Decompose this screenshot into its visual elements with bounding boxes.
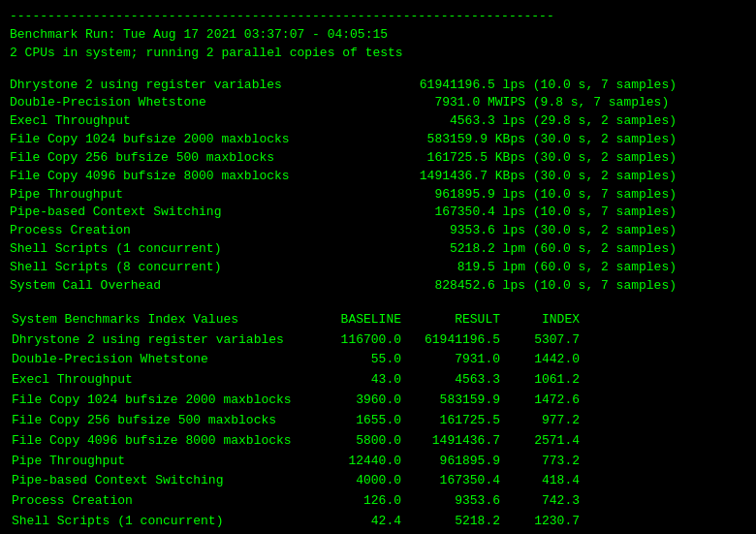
bench-params: (29.8 s, 2 samples) — [525, 112, 746, 131]
header-line2: 2 CPUs in system; running 2 parallel cop… — [10, 45, 746, 63]
bench-label: File Copy 1024 bufsize 2000 maxblocks — [10, 131, 378, 149]
bench-params: (10.0 s, 7 samples) — [525, 186, 746, 204]
index-col-result: RESULT — [403, 311, 500, 330]
index-result: 9353.6 — [403, 492, 500, 511]
bench-value: 961895.9 lps — [378, 186, 525, 204]
index-value: 418.4 — [502, 472, 580, 490]
bench-row: Shell Scripts (8 concurrent)819.5 lpm (6… — [10, 259, 746, 277]
bench-row: Shell Scripts (1 concurrent)5218.2 lpm (… — [10, 240, 746, 259]
bench-params: (60.0 s, 2 samples) — [525, 259, 746, 277]
index-baseline: 126.0 — [304, 492, 401, 511]
index-baseline: 12440.0 — [304, 453, 401, 471]
bench-row: Pipe Throughput961895.9 lps (10.0 s, 7 s… — [10, 186, 746, 204]
index-label: Double-Precision Whetstone — [12, 351, 302, 369]
index-result: 583159.9 — [403, 392, 500, 410]
benchmark-table: Dhrystone 2 using register variables6194… — [10, 77, 746, 296]
bench-params: (9.8 s, 7 samples) — [525, 94, 746, 112]
index-baseline: 5800.0 — [304, 432, 401, 451]
index-label: Dhrystone 2 using register variables — [12, 331, 302, 350]
separator-top: ----------------------------------------… — [10, 8, 746, 26]
bench-row: Execl Throughput4563.3 lps (29.8 s, 2 sa… — [10, 112, 746, 131]
bench-value: 4563.3 lps — [378, 112, 525, 131]
bench-params: (30.0 s, 2 samples) — [525, 222, 746, 240]
index-value: 1442.0 — [502, 351, 580, 369]
bench-label: Shell Scripts (8 concurrent) — [10, 259, 378, 277]
index-result: 4563.3 — [403, 371, 500, 390]
index-value: 773.2 — [502, 453, 580, 471]
bench-row: Process Creation9353.6 lps (30.0 s, 2 sa… — [10, 222, 746, 240]
index-row: Dhrystone 2 using register variables1167… — [12, 331, 580, 350]
bench-row: Dhrystone 2 using register variables6194… — [10, 77, 746, 95]
index-label: Pipe-based Context Switching — [12, 472, 302, 490]
bench-value: 583159.9 KBps — [378, 131, 525, 149]
index-value: 742.3 — [502, 492, 580, 511]
index-row: Double-Precision Whetstone55.07931.01442… — [12, 351, 580, 369]
terminal: ----------------------------------------… — [10, 8, 746, 534]
bench-value: 161725.5 KBps — [378, 149, 525, 168]
bench-value: 1491436.7 KBps — [378, 168, 525, 186]
index-value: 2571.4 — [502, 432, 580, 451]
index-label: Execl Throughput — [12, 371, 302, 390]
bench-label: File Copy 4096 bufsize 8000 maxblocks — [10, 168, 378, 186]
bench-params: (30.0 s, 2 samples) — [525, 131, 746, 149]
index-value: 1472.6 — [502, 392, 580, 410]
bench-params: (10.0 s, 7 samples) — [525, 204, 746, 222]
bench-label: Double-Precision Whetstone — [10, 94, 378, 112]
index-row: Process Creation126.09353.6742.3 — [12, 492, 580, 511]
index-row: Pipe Throughput12440.0961895.9773.2 — [12, 453, 580, 471]
index-baseline: 4000.0 — [304, 472, 401, 490]
bench-label: File Copy 256 bufsize 500 maxblocks — [10, 149, 378, 168]
index-header-row: System Benchmarks Index Values BASELINE … — [12, 311, 580, 330]
bench-row: Double-Precision Whetstone7931.0 MWIPS (… — [10, 94, 746, 112]
index-result: 7931.0 — [403, 351, 500, 369]
index-row: File Copy 4096 bufsize 8000 maxblocks580… — [12, 432, 580, 451]
bench-params: (30.0 s, 2 samples) — [525, 149, 746, 168]
bench-row: Pipe-based Context Switching167350.4 lps… — [10, 204, 746, 222]
index-row: File Copy 256 bufsize 500 maxblocks1655.… — [12, 412, 580, 430]
bench-value: 828452.6 lps — [378, 277, 525, 296]
bench-label: Pipe-based Context Switching — [10, 204, 378, 222]
bench-value: 5218.2 lpm — [378, 240, 525, 259]
index-col-label: System Benchmarks Index Values — [12, 311, 302, 330]
index-result: 161725.5 — [403, 412, 500, 430]
bench-label: Execl Throughput — [10, 112, 378, 131]
bench-label: Pipe Throughput — [10, 186, 378, 204]
bench-row: File Copy 256 bufsize 500 maxblocks16172… — [10, 149, 746, 168]
index-baseline: 3960.0 — [304, 392, 401, 410]
index-label: File Copy 4096 bufsize 8000 maxblocks — [12, 432, 302, 451]
index-result: 1491436.7 — [403, 432, 500, 451]
bench-params: (30.0 s, 2 samples) — [525, 168, 746, 186]
bench-row: File Copy 4096 bufsize 8000 maxblocks149… — [10, 168, 746, 186]
index-baseline: 42.4 — [304, 513, 401, 531]
index-value: 1230.7 — [502, 513, 580, 531]
index-row: Execl Throughput43.04563.31061.2 — [12, 371, 580, 390]
bench-value: 7931.0 MWIPS — [378, 94, 525, 112]
index-label: Shell Scripts (1 concurrent) — [12, 513, 302, 531]
index-baseline: 1655.0 — [304, 412, 401, 430]
index-baseline: 43.0 — [304, 371, 401, 390]
index-row: File Copy 1024 bufsize 2000 maxblocks396… — [12, 392, 580, 410]
index-value: 5307.7 — [502, 331, 580, 350]
header-line1: Benchmark Run: Tue Aug 17 2021 03:37:07 … — [10, 26, 746, 45]
index-result: 5218.2 — [403, 513, 500, 531]
bench-value: 167350.4 lps — [378, 204, 525, 222]
index-label: Pipe Throughput — [12, 453, 302, 471]
index-label: File Copy 256 bufsize 500 maxblocks — [12, 412, 302, 430]
index-label: File Copy 1024 bufsize 2000 maxblocks — [12, 392, 302, 410]
index-table: System Benchmarks Index Values BASELINE … — [10, 309, 582, 534]
bench-value: 819.5 lpm — [378, 259, 525, 277]
index-value: 977.2 — [502, 412, 580, 430]
index-result: 61941196.5 — [403, 331, 500, 350]
index-col-index: INDEX — [502, 311, 580, 330]
bench-row: File Copy 1024 bufsize 2000 maxblocks583… — [10, 131, 746, 149]
bench-label: Shell Scripts (1 concurrent) — [10, 240, 378, 259]
index-result: 167350.4 — [403, 472, 500, 490]
index-result: 961895.9 — [403, 453, 500, 471]
bench-label: Dhrystone 2 using register variables — [10, 77, 378, 95]
bench-params: (60.0 s, 2 samples) — [525, 240, 746, 259]
bench-value: 9353.6 lps — [378, 222, 525, 240]
index-label: Process Creation — [12, 492, 302, 511]
bench-params: (10.0 s, 7 samples) — [525, 277, 746, 296]
index-baseline: 116700.0 — [304, 331, 401, 350]
bench-label: Process Creation — [10, 222, 378, 240]
